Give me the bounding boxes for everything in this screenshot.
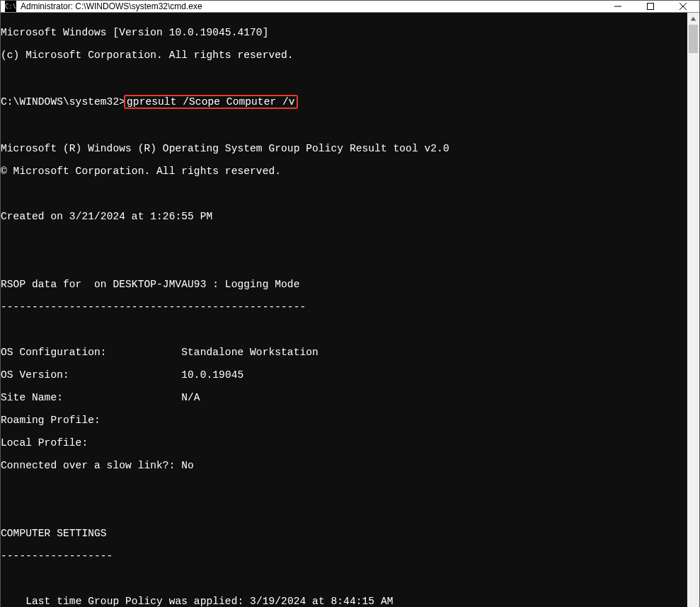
value: No (181, 460, 194, 471)
text-line: (c) Microsoft Corporation. All rights re… (1, 50, 687, 61)
value: Standalone Workstation (181, 347, 319, 358)
label: Created on (1, 211, 69, 222)
titlebar[interactable]: C:\ Administrator: C:\WINDOWS\system32\c… (1, 1, 699, 13)
window-controls (602, 1, 699, 12)
value: 3/19/2024 at 8:44:15 AM (250, 596, 393, 607)
blank-line (1, 120, 687, 132)
section-header: COMPUTER SETTINGS (1, 528, 687, 539)
label: Site Name: (1, 392, 63, 403)
cmd-icon: C:\ (5, 1, 16, 12)
label: OS Configuration: (1, 347, 107, 358)
blank-line (1, 482, 687, 494)
highlighted-command: gpresult /Scope Computer /v (124, 95, 298, 109)
prompt-line: C:\WINDOWS\system32>gpresult /Scope Comp… (1, 95, 687, 109)
blank-line (1, 505, 687, 516)
separator-line: ------------------ (1, 550, 687, 562)
text-line: Roaming Profile: (1, 415, 687, 426)
vertical-scrollbar[interactable] (687, 13, 699, 607)
text-line: Created on ‎3/‎21/‎2024 at 1:26:55 PM (1, 211, 687, 222)
blank-line (1, 256, 687, 267)
close-button[interactable] (667, 1, 699, 12)
blank-line (1, 188, 687, 200)
blank-line (1, 573, 687, 584)
svg-rect-0 (648, 4, 654, 10)
window-title: Administrator: C:\WINDOWS\system32\cmd.e… (21, 1, 602, 11)
text-line: Microsoft (R) Windows (R) Operating Syst… (1, 143, 687, 154)
value: N/A (181, 392, 200, 403)
text-line: Local Profile: (1, 437, 687, 449)
text-line: OS Configuration: Standalone Workstation (1, 347, 687, 358)
text-line: © Microsoft Corporation. All rights rese… (1, 166, 687, 177)
label: at (125, 211, 150, 222)
value: 10.0.19045 (181, 369, 243, 381)
blank-line (1, 72, 687, 83)
value: ‎3/‎21/‎2024 (69, 211, 125, 222)
text-line: OS Version: 10.0.19045 (1, 369, 687, 381)
minimize-button[interactable] (602, 1, 634, 12)
blank-line (1, 233, 687, 245)
window-root: C:\ Administrator: C:\WINDOWS\system32\c… (0, 0, 700, 607)
blank-line (1, 324, 687, 335)
label: Last time Group Policy was applied: (25, 596, 243, 607)
console-output[interactable]: Microsoft Windows [Version 10.0.19045.41… (1, 13, 687, 607)
text-line: Site Name: N/A (1, 392, 687, 403)
text-line: Connected over a slow link?: No (1, 460, 687, 471)
scrollbar-thumb[interactable] (689, 25, 698, 53)
label: OS Version: (1, 369, 69, 381)
scrollbar-track[interactable] (687, 25, 699, 607)
value: 1:26:55 PM (150, 211, 212, 222)
client-area: Microsoft Windows [Version 10.0.19045.41… (1, 13, 699, 607)
text-line: Microsoft Windows [Version 10.0.19045.41… (1, 27, 687, 38)
separator-line: ----------------------------------------… (1, 301, 687, 313)
text-line: RSOP data for on DESKTOP-JMVAU93 : Loggi… (1, 279, 687, 290)
scroll-up-icon[interactable] (687, 13, 699, 25)
text-line: Last time Group Policy was applied: 3/19… (1, 596, 687, 607)
prompt-path: C:\WINDOWS\system32> (1, 96, 125, 108)
label: Connected over a slow link?: (1, 460, 175, 471)
maximize-button[interactable] (634, 1, 667, 12)
